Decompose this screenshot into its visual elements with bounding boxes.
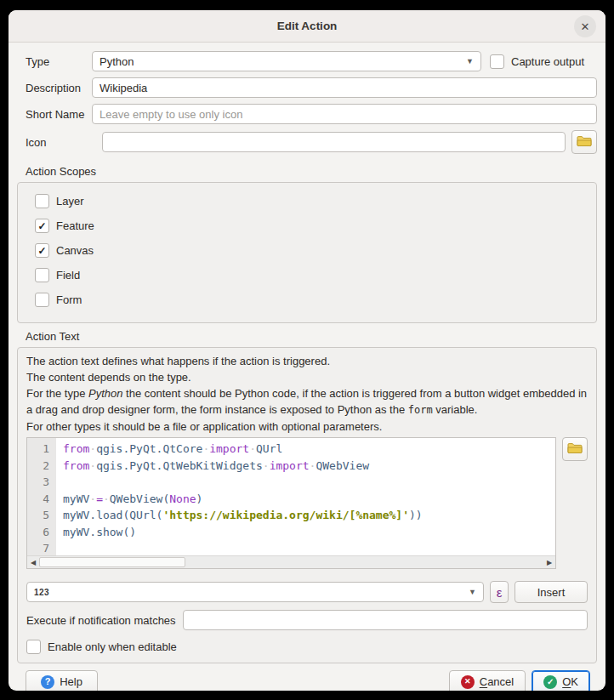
help-button[interactable]: ? Help — [26, 670, 98, 691]
action-text-title: Action Text — [17, 325, 597, 347]
dialog-title: Edit Action — [277, 20, 338, 32]
variable-row: 123 ▼ ε Insert — [26, 581, 588, 603]
scope-feature-checkbox[interactable]: ✓ Feature — [35, 219, 584, 233]
action-text-description: The action text defines what happens if … — [26, 353, 588, 435]
ok-icon: ✓ — [543, 675, 557, 689]
folder-icon — [567, 442, 583, 457]
insert-button[interactable]: Insert — [515, 581, 588, 603]
description-paragraph: The action text defines what happens if … — [26, 353, 588, 369]
action-scopes-title: Action Scopes — [17, 160, 597, 182]
code-area[interactable]: 1234567 from·qgis.PyQt.QtCore·import·QUr… — [27, 438, 555, 555]
epsilon-icon: ε — [497, 585, 503, 600]
titlebar: Edit Action ✕ — [9, 10, 605, 43]
notification-row: Execute if notification matches — [26, 610, 588, 630]
icon-browse-button[interactable] — [571, 130, 597, 154]
code-editor-row: 1234567 from·qgis.PyQt.QtCore·import·QUr… — [26, 437, 588, 569]
scope-label: Feature — [56, 219, 94, 232]
cancel-rest: ancel — [487, 675, 514, 688]
checkbox-box — [35, 268, 49, 282]
enable-editable-checkbox[interactable]: Enable only when editable — [26, 640, 588, 654]
scroll-right-icon[interactable]: ▶ — [543, 556, 555, 568]
horizontal-scrollbar[interactable]: ◀ ▶ — [27, 555, 555, 568]
button-box: ? Help ✕ Cancel ✓ OK — [17, 663, 597, 691]
short-name-label: Short Name — [17, 108, 92, 121]
icon-label: Icon — [17, 136, 102, 149]
code-editor[interactable]: 1234567 from·qgis.PyQt.QtCore·import·QUr… — [26, 437, 556, 569]
help-button-label: Help — [60, 675, 82, 688]
checkbox-box — [35, 293, 49, 307]
description-paragraph: For other types it should be a file or a… — [26, 418, 588, 435]
scope-form-checkbox[interactable]: Form — [35, 293, 584, 307]
ok-rest: K — [571, 675, 578, 688]
description-paragraph: For the type Python the content should b… — [26, 385, 588, 418]
checkbox-box: ✓ — [35, 243, 49, 258]
scope-label: Field — [56, 269, 80, 282]
code-file-browse-button[interactable] — [562, 437, 588, 461]
scroll-left-icon[interactable]: ◀ — [27, 556, 39, 568]
scope-label: Layer — [56, 195, 84, 208]
insert-button-label: Insert — [537, 586, 566, 599]
description-paragraph: The content depends on the type. — [26, 369, 588, 385]
checkbox-box — [26, 640, 41, 654]
code-gutter: 1234567 — [27, 438, 56, 555]
scrollbar-track[interactable] — [39, 556, 543, 568]
notification-label: Execute if notification matches — [26, 614, 176, 627]
type-label: Type — [17, 55, 92, 68]
cancel-mnemonic: C — [480, 675, 487, 688]
field-type-icon: 123 — [34, 588, 49, 597]
type-combobox[interactable]: Python ▼ — [92, 51, 481, 71]
scope-field-checkbox[interactable]: Field — [35, 268, 584, 282]
ok-button-label: OK — [562, 675, 578, 688]
action-scopes-group: Layer ✓ Feature ✓ Canvas Field Form — [17, 182, 597, 323]
chevron-down-icon: ▼ — [466, 57, 474, 65]
help-icon: ? — [41, 675, 54, 689]
description-row: Description — [17, 77, 597, 98]
scope-label: Canvas — [56, 244, 94, 257]
enable-editable-label: Enable only when editable — [48, 640, 177, 653]
chevron-down-icon: ▼ — [469, 588, 476, 596]
type-combobox-value: Python — [99, 55, 134, 68]
code-lines[interactable]: from·qgis.PyQt.QtCore·import·QUrlfrom·qg… — [56, 438, 555, 555]
action-text-group: The action text defines what happens if … — [17, 347, 597, 663]
scope-label: Form — [56, 293, 82, 306]
expression-builder-button[interactable]: ε — [490, 581, 509, 603]
cancel-button-label: Cancel — [480, 675, 514, 688]
ok-button[interactable]: ✓ OK — [532, 670, 590, 691]
dialog-content: Type Python ▼ Capture output Description… — [9, 43, 605, 691]
description-label: Description — [17, 82, 92, 94]
scope-canvas-checkbox[interactable]: ✓ Canvas — [35, 243, 584, 258]
checkbox-box — [490, 54, 504, 69]
short-name-input[interactable] — [92, 104, 597, 124]
cancel-button[interactable]: ✕ Cancel — [449, 670, 526, 691]
type-row: Type Python ▼ Capture output — [17, 51, 597, 71]
capture-output-label: Capture output — [511, 55, 584, 68]
icon-path-input[interactable] — [102, 132, 566, 152]
description-input[interactable] — [92, 77, 597, 98]
checkbox-box: ✓ — [35, 219, 49, 233]
folder-icon — [577, 135, 592, 150]
capture-output-checkbox[interactable]: Capture output — [490, 54, 597, 69]
variable-combobox[interactable]: 123 ▼ — [26, 582, 484, 602]
cancel-icon: ✕ — [461, 675, 475, 689]
edit-action-dialog: Edit Action ✕ Type Python ▼ Capture outp… — [9, 10, 605, 691]
checkbox-box — [35, 194, 49, 208]
short-name-row: Short Name — [17, 104, 597, 124]
scope-layer-checkbox[interactable]: Layer — [35, 194, 584, 208]
notification-input[interactable] — [183, 610, 588, 630]
icon-row: Icon — [17, 130, 597, 154]
close-icon: ✕ — [581, 20, 590, 33]
scrollbar-thumb[interactable] — [39, 557, 185, 567]
close-button[interactable]: ✕ — [574, 15, 596, 37]
ok-mnemonic: O — [562, 675, 571, 688]
